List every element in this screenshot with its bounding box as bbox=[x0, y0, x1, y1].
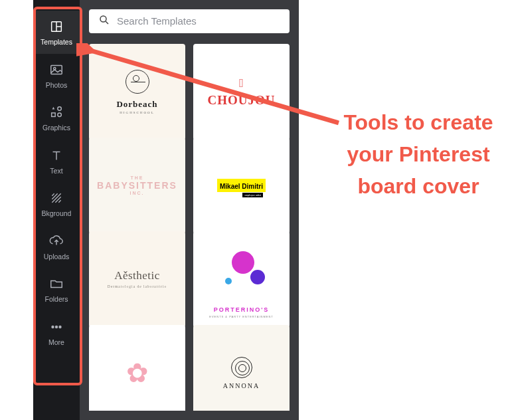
template-tile[interactable]: ANNONA bbox=[193, 325, 290, 411]
template-tile[interactable]: PORTERINO'S EVENTS & PARTY ENTERTAINMENT bbox=[193, 231, 290, 328]
sidebar-item-label: Photos bbox=[46, 82, 68, 89]
template-subtitle: Dermatologia de laboratório bbox=[108, 284, 167, 290]
template-tile[interactable]: 𓅿 CHOUJOU bbox=[193, 44, 290, 140]
sidebar-item-bkground[interactable]: Bkground bbox=[33, 182, 80, 225]
template-title: ANNONA bbox=[223, 382, 260, 389]
sidebar-item-label: Templates bbox=[41, 39, 72, 46]
template-tile[interactable]: THE BABYSITTERS INC. bbox=[89, 138, 185, 234]
sidebar-item-label: Folders bbox=[44, 296, 68, 303]
svg-line-13 bbox=[58, 200, 60, 202]
template-tile[interactable]: ✿ bbox=[89, 325, 185, 411]
app-frame: Templates Photos Graphics T bbox=[33, 0, 299, 420]
sidebar-item-photos[interactable]: Photos bbox=[33, 54, 80, 97]
templates-grid: Dorbeach HIGHSCHOOL 𓅿 CHOUJOU THE BABYSI… bbox=[89, 44, 290, 411]
templates-panel: Dorbeach HIGHSCHOOL 𓅿 CHOUJOU THE BABYSI… bbox=[80, 0, 299, 420]
sidebar-item-label: Uploads bbox=[44, 253, 70, 261]
logo-icon bbox=[126, 70, 149, 94]
template-subtitle: EVENTS & PARTY ENTERTAINMENT bbox=[193, 315, 290, 318]
sidebar-item-folders[interactable]: Folders bbox=[33, 268, 80, 311]
sidebar-item-text[interactable]: Text bbox=[33, 140, 80, 183]
svg-point-18 bbox=[100, 16, 106, 22]
template-title: CHOUJOU bbox=[208, 93, 276, 108]
template-text: Mikael Dimitri employee artist bbox=[217, 179, 266, 192]
svg-line-19 bbox=[106, 21, 108, 24]
template-text: THE BABYSITTERS INC. bbox=[97, 175, 177, 196]
circle-icon bbox=[232, 251, 254, 274]
template-tile[interactable]: Mikael Dimitri employee artist bbox=[193, 138, 290, 234]
svg-point-15 bbox=[52, 326, 54, 328]
background-icon bbox=[48, 190, 64, 206]
more-icon bbox=[48, 319, 64, 335]
template-title: Aěsthetic bbox=[114, 269, 160, 282]
sidebar-item-templates[interactable]: Templates bbox=[33, 11, 80, 54]
circle-icon bbox=[225, 278, 232, 284]
photos-icon bbox=[48, 62, 64, 78]
spiral-icon bbox=[231, 357, 252, 378]
folders-icon bbox=[48, 276, 64, 292]
svg-rect-6 bbox=[52, 113, 56, 117]
flower-icon: ✿ bbox=[126, 358, 149, 389]
svg-point-5 bbox=[58, 107, 62, 111]
svg-line-11 bbox=[52, 193, 54, 195]
template-title: Dorbeach bbox=[116, 99, 157, 110]
annotation-text: Tools to create your Pinterest board cov… bbox=[335, 106, 501, 202]
bird-icon: 𓅿 bbox=[239, 76, 244, 90]
search-icon bbox=[98, 14, 110, 29]
svg-rect-3 bbox=[51, 65, 62, 74]
template-title: PORTERINO'S bbox=[193, 306, 290, 313]
graphics-icon bbox=[48, 104, 64, 120]
sidebar-item-more[interactable]: More bbox=[33, 311, 80, 354]
svg-point-17 bbox=[59, 326, 61, 328]
templates-icon bbox=[48, 19, 64, 35]
svg-point-16 bbox=[56, 326, 58, 328]
template-tile[interactable]: Dorbeach HIGHSCHOOL bbox=[89, 44, 185, 140]
circle-icon bbox=[250, 270, 265, 284]
sidebar-item-label: Text bbox=[50, 167, 62, 175]
uploads-icon bbox=[48, 233, 64, 249]
sidebar-item-uploads[interactable]: Uploads bbox=[33, 225, 80, 268]
sidebar-item-graphics[interactable]: Graphics bbox=[33, 96, 80, 140]
template-subtitle: HIGHSCHOOL bbox=[120, 111, 155, 114]
search-input[interactable] bbox=[117, 15, 280, 27]
template-tile[interactable]: Aěsthetic Dermatologia de laboratório bbox=[89, 231, 185, 328]
sidebar-item-label: More bbox=[48, 339, 64, 346]
search-bar[interactable] bbox=[89, 9, 290, 33]
sidebar-item-label: Graphics bbox=[42, 124, 70, 132]
sidebar-item-label: Bkground bbox=[42, 210, 72, 217]
sidebar: Templates Photos Graphics T bbox=[33, 0, 80, 420]
text-icon bbox=[48, 148, 64, 163]
